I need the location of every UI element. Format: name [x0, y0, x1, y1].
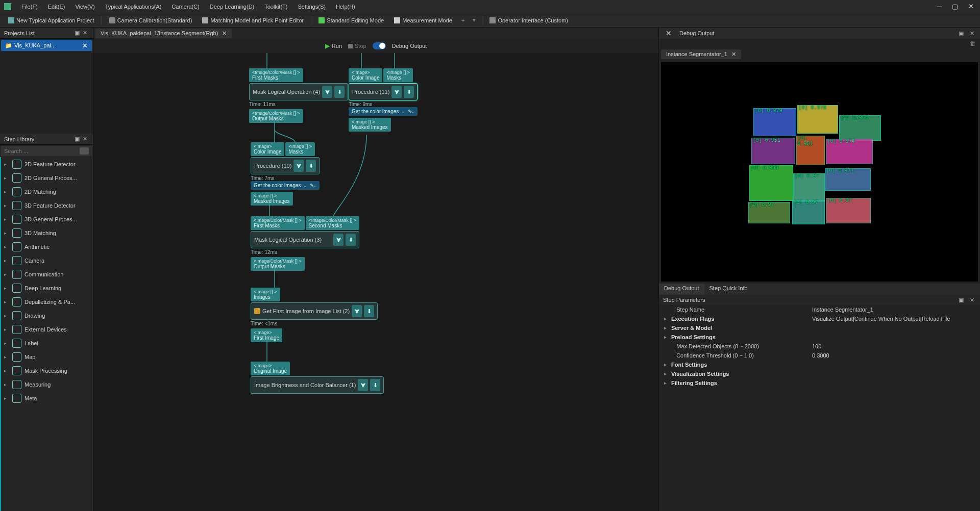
node-mask-logical-3[interactable]: <Image/Color/Mask [] >First Masks<Image/…: [251, 216, 359, 271]
steplib-item[interactable]: ▸Camera: [1, 253, 93, 267]
steplib-item[interactable]: ▸3D General Proces...: [1, 212, 93, 226]
menu-edit[interactable]: Edit(E): [43, 4, 70, 10]
projects-popout[interactable]: ▣: [73, 30, 81, 36]
steplib-search[interactable]: [1, 146, 92, 156]
debug-close[interactable]: ✕: [968, 30, 976, 37]
steplib-item[interactable]: ▸Mask Processing: [1, 364, 93, 377]
menu-view[interactable]: View(V): [70, 4, 100, 10]
chevron-right-icon: ▸: [4, 244, 9, 249]
tab-step-quick-info[interactable]: Step Quick Info: [704, 284, 753, 295]
run-node-icon[interactable]: ⬇: [404, 86, 414, 98]
steplib-item[interactable]: ▸3D Matching: [1, 226, 93, 240]
run-node-icon[interactable]: ⬇: [364, 305, 374, 317]
menu-file[interactable]: File(F): [16, 4, 43, 10]
property-row[interactable]: ▸Execution FlagsVisualize Output|Continu…: [659, 314, 980, 323]
expand-icon[interactable]: ⮟: [293, 160, 304, 172]
canvas-tab-close[interactable]: ✕: [222, 30, 227, 37]
projects-close[interactable]: ✕: [81, 30, 89, 36]
property-row[interactable]: ▸Filtering Settings: [659, 378, 980, 388]
steplib-item-label: Depalletizing & Pa...: [24, 299, 75, 305]
node-canvas[interactable]: <Image/Color/Mask [] >First Masks Mask L…: [93, 53, 658, 511]
measurement-mode-button[interactable]: Measurement Mode: [390, 16, 456, 24]
steplib-item[interactable]: ▸Label: [1, 336, 93, 350]
run-node-icon[interactable]: ⬇: [306, 160, 316, 172]
node-mask-logical-4[interactable]: <Image/Color/Mask [] >First Masks Mask L…: [249, 68, 348, 123]
steplib-item[interactable]: ▸External Devices: [1, 322, 93, 336]
tab-debug-output[interactable]: Debug Output: [659, 284, 704, 295]
menu-toolkit[interactable]: Toolkit(T): [259, 4, 292, 10]
run-button[interactable]: ▶Run: [325, 42, 342, 49]
chevron-right-icon: ▸: [4, 286, 9, 291]
expand-icon[interactable]: ⮟: [391, 86, 402, 98]
steplib-item[interactable]: ▸2D Feature Detector: [1, 157, 93, 171]
steplib-item[interactable]: ▸3D Feature Detector: [1, 198, 93, 212]
steplib-close[interactable]: ✕: [81, 136, 89, 142]
operator-interface-button[interactable]: Operator Interface (Custom): [485, 16, 572, 24]
property-row[interactable]: Max Detected Objects (0 ~ 2000)100: [659, 342, 980, 351]
debug-popout[interactable]: ▣: [957, 30, 965, 37]
property-row[interactable]: ▸Server & Model: [659, 323, 980, 333]
segmentator-tab[interactable]: Instance Segmentator_1 ✕: [661, 49, 741, 59]
steplib-item[interactable]: ▸2D Matching: [1, 185, 93, 198]
edit-icon[interactable]: ✎..: [310, 183, 317, 188]
toolbar-more[interactable]: ▾: [470, 17, 479, 23]
steplib-item[interactable]: ▸Communication: [1, 267, 93, 281]
node-sub-step[interactable]: Get the color images ...✎..: [349, 107, 418, 116]
chevron-right-icon: ▸: [4, 189, 9, 194]
property-row[interactable]: ▸Visualization Settings: [659, 369, 980, 378]
search-options[interactable]: [80, 147, 89, 155]
search-input[interactable]: [4, 148, 80, 154]
params-close[interactable]: ✕: [968, 297, 976, 303]
steplib-item[interactable]: ▸Drawing: [1, 309, 93, 322]
params-popout[interactable]: ▣: [957, 297, 965, 303]
project-tab[interactable]: 📁 Vis_KUKA_pal... ✕: [1, 40, 92, 51]
menu-deep[interactable]: Deep Learning(D): [205, 4, 259, 10]
standard-editing-button[interactable]: Standard Editing Mode: [314, 16, 388, 24]
run-node-icon[interactable]: ⬇: [346, 234, 356, 246]
seg-tab-close[interactable]: ✕: [731, 51, 736, 58]
edit-icon[interactable]: ✎..: [408, 109, 415, 114]
property-key: Font Settings: [671, 362, 707, 368]
window-minimize[interactable]: ─: [935, 3, 944, 10]
menu-camera[interactable]: Camera(C): [166, 4, 204, 10]
node-procedure-10[interactable]: <Image>Color Image<Image [] >Masks Proce…: [251, 142, 320, 206]
node-sub-step[interactable]: Get the color images ...✎..: [251, 181, 320, 190]
steplib-item[interactable]: ▸Depalletizing & Pa...: [1, 295, 93, 309]
node-procedure-11[interactable]: <Image>Color Image<Image [] >Masks Proce…: [349, 68, 418, 132]
run-node-icon[interactable]: ⬇: [334, 86, 345, 98]
node-brightness-balancer[interactable]: <Image>Original Image Image Brightness a…: [251, 362, 384, 395]
steplib-item[interactable]: ▸Map: [1, 350, 93, 364]
property-row[interactable]: ▸Preload Settings: [659, 333, 980, 342]
menu-help[interactable]: Help(H): [331, 4, 360, 10]
steplib-item[interactable]: ▸Arithmetic: [1, 240, 93, 253]
steplib-item[interactable]: ▸Meta: [1, 391, 93, 405]
steplib-item[interactable]: ▸2D General Proces...: [1, 171, 93, 185]
expand-icon[interactable]: ⮟: [333, 234, 344, 246]
node-get-first-image[interactable]: <Image [] >Images Get First Image from I…: [251, 288, 378, 342]
menu-settings[interactable]: Settings(S): [292, 4, 330, 10]
menu-typical[interactable]: Typical Applications(A): [100, 4, 167, 10]
property-row[interactable]: ▸Font Settings: [659, 360, 980, 369]
toolbar-add[interactable]: +: [458, 17, 468, 23]
steplib-popout[interactable]: ▣: [73, 136, 81, 142]
property-row[interactable]: Confidence Threshold (0 ~ 1.0)0.3000: [659, 351, 980, 360]
new-project-button[interactable]: New Typical Application Project: [4, 16, 99, 24]
expand-icon[interactable]: ⮟: [352, 305, 362, 317]
project-tab-close[interactable]: ✕: [82, 42, 88, 49]
run-node-icon[interactable]: ⬇: [370, 379, 380, 391]
debug-close-left[interactable]: ✕: [663, 29, 674, 37]
segmentation-viewport[interactable]: [0] 0.979[0] 0.978[0] 0.964[0] 0.951[0] …: [661, 62, 978, 282]
debug-toggle[interactable]: [373, 42, 386, 49]
expand-icon[interactable]: ⮟: [322, 86, 332, 98]
property-row[interactable]: Step NameInstance Segmentator_1: [659, 305, 980, 314]
window-maximize[interactable]: ▢: [950, 3, 960, 10]
stop-button[interactable]: Stop: [348, 43, 366, 49]
expand-icon[interactable]: ⮟: [358, 379, 368, 391]
window-close[interactable]: ✕: [966, 3, 976, 10]
trash-icon[interactable]: 🗑: [970, 40, 976, 47]
camera-calibration-button[interactable]: Camera Calibration(Standard): [105, 16, 197, 24]
canvas-tab[interactable]: Vis_KUKA_paldepal_1/Instance Segment(Rgb…: [95, 29, 232, 38]
steplib-item[interactable]: ▸Measuring: [1, 377, 93, 391]
matching-model-button[interactable]: Matching Model and Pick Point Editor: [198, 16, 308, 24]
steplib-item[interactable]: ▸Deep Learning: [1, 281, 93, 295]
